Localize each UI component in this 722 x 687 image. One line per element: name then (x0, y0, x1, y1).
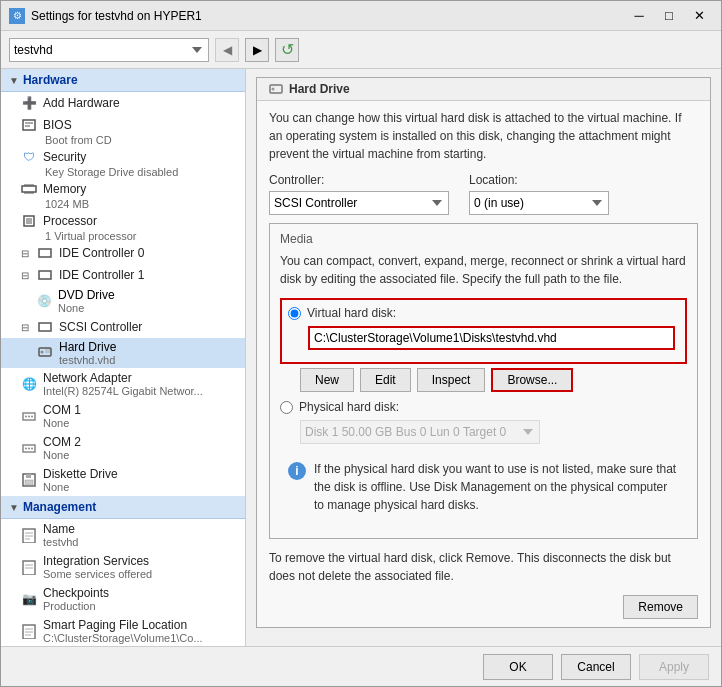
maximize-button[interactable]: □ (655, 6, 683, 26)
virtual-radio[interactable] (288, 307, 301, 320)
info-icon: i (288, 462, 306, 480)
sidebar-scroll[interactable]: ▼ Hardware ➕ Add Hardware BIOS Boot from… (1, 69, 245, 646)
add-hardware-label: Add Hardware (43, 96, 120, 110)
remove-row: Remove (269, 595, 698, 619)
vhd-path-input[interactable] (308, 326, 675, 350)
svg-point-46 (272, 88, 275, 91)
cancel-button[interactable]: Cancel (561, 654, 631, 680)
sidebar-item-ide-ctrl-0[interactable]: ⊟ IDE Controller 0 (1, 242, 245, 264)
controller-select[interactable]: SCSI Controller (269, 191, 449, 215)
management-section-header[interactable]: ▼ Management (1, 496, 245, 519)
physical-radio-label[interactable]: Physical hard disk: (299, 400, 399, 414)
panel-title: Hard Drive (257, 78, 710, 101)
vhd-buttons: New Edit Inspect Browse... (300, 368, 687, 392)
edit-button[interactable]: Edit (360, 368, 411, 392)
apply-button: Apply (639, 654, 709, 680)
checkpoints-label: Checkpoints (43, 586, 109, 600)
bios-sublabel: Boot from CD (1, 134, 245, 146)
svg-point-25 (28, 416, 30, 418)
management-chevron: ▼ (9, 502, 19, 513)
sidebar-item-bios[interactable]: BIOS (1, 114, 245, 136)
svg-point-20 (41, 350, 44, 353)
vm-selector[interactable]: testvhd (9, 38, 209, 62)
sidebar-item-integration-services[interactable]: Integration Services Some services offer… (1, 551, 245, 583)
info-text: You can change how this virtual hard dis… (269, 109, 698, 163)
name-sublabel: testvhd (43, 536, 78, 548)
smart-paging-icon (21, 623, 37, 639)
hard-drive-icon (37, 344, 53, 363)
svg-rect-16 (39, 249, 51, 257)
sidebar-item-scsi-ctrl[interactable]: ⊟ SCSI Controller (1, 316, 245, 338)
svg-point-29 (28, 448, 30, 450)
content-area: ▼ Hardware ➕ Add Hardware BIOS Boot from… (1, 69, 721, 646)
sidebar-item-memory[interactable]: Memory (1, 178, 245, 200)
svg-point-30 (31, 448, 33, 450)
sidebar-item-processor[interactable]: Processor (1, 210, 245, 232)
svg-rect-0 (23, 120, 35, 130)
hard-drive-sublabel: testvhd.vhd (59, 354, 116, 366)
ide1-icon (37, 267, 53, 283)
bios-icon (21, 117, 37, 133)
location-select[interactable]: 0 (in use) (469, 191, 609, 215)
sidebar-item-smart-paging[interactable]: Smart Paging File Location C:\ClusterSto… (1, 615, 245, 646)
forward-button[interactable]: ▶ (245, 38, 269, 62)
hardware-section-header[interactable]: ▼ Hardware (1, 69, 245, 92)
sidebar-item-network-adapter[interactable]: 🌐 Network Adapter Intel(R) 82574L Gigabi… (1, 368, 245, 400)
checkpoints-sublabel: Production (43, 600, 109, 612)
sidebar-item-name[interactable]: Name testvhd (1, 519, 245, 551)
dvd-icon: 💿 (37, 294, 52, 308)
ok-button[interactable]: OK (483, 654, 553, 680)
sidebar-item-hard-drive[interactable]: Hard Drive testvhd.vhd (1, 338, 245, 368)
sidebar-item-diskette[interactable]: Diskette Drive None (1, 464, 245, 496)
name-icon (21, 527, 37, 543)
security-label: Security (43, 150, 86, 164)
sidebar-item-com1[interactable]: COM 1 None (1, 400, 245, 432)
toolbar: testvhd ◀ ▶ ↺ (1, 31, 721, 69)
name-label: Name (43, 522, 78, 536)
smart-paging-sublabel: C:\ClusterStorage\Volume1\Co... (43, 632, 203, 644)
network-label: Network Adapter (43, 371, 203, 385)
sidebar-item-add-hardware[interactable]: ➕ Add Hardware (1, 92, 245, 114)
hardware-section-label: Hardware (23, 73, 78, 87)
svg-point-24 (25, 416, 27, 418)
ide0-expand: ⊟ (21, 248, 29, 259)
controller-label: Controller: (269, 173, 449, 187)
close-button[interactable]: ✕ (685, 6, 713, 26)
browse-button[interactable]: Browse... (491, 368, 573, 392)
integration-icon (21, 559, 37, 575)
sidebar-item-security[interactable]: 🛡 Security (1, 146, 245, 168)
sidebar: ▼ Hardware ➕ Add Hardware BIOS Boot from… (1, 69, 246, 646)
hard-drive-label: Hard Drive (59, 340, 116, 354)
svg-rect-17 (39, 271, 51, 279)
minimize-button[interactable]: ─ (625, 6, 653, 26)
back-button[interactable]: ◀ (215, 38, 239, 62)
scsi-label: SCSI Controller (59, 320, 142, 334)
svg-rect-33 (25, 480, 33, 485)
sidebar-item-ide-ctrl-1[interactable]: ⊟ IDE Controller 1 (1, 264, 245, 286)
smart-paging-label: Smart Paging File Location (43, 618, 203, 632)
remove-text: To remove the virtual hard disk, click R… (269, 549, 698, 585)
new-button[interactable]: New (300, 368, 354, 392)
location-label: Location: (469, 173, 609, 187)
window-icon: ⚙ (9, 8, 25, 24)
refresh-button[interactable]: ↺ (275, 38, 299, 62)
inspect-button[interactable]: Inspect (417, 368, 486, 392)
vhd-outline: Virtual hard disk: (280, 298, 687, 364)
virtual-radio-label[interactable]: Virtual hard disk: (307, 306, 396, 320)
network-icon: 🌐 (21, 376, 37, 392)
sidebar-item-com2[interactable]: COM 2 None (1, 432, 245, 464)
com1-sublabel: None (43, 417, 81, 429)
sidebar-item-dvd-drive[interactable]: 💿 DVD Drive None (1, 286, 245, 316)
svg-point-26 (31, 416, 33, 418)
dvd-label: DVD Drive (58, 288, 115, 302)
sidebar-item-checkpoints[interactable]: 📷 Checkpoints Production (1, 583, 245, 615)
com1-label: COM 1 (43, 403, 81, 417)
dvd-sublabel: None (58, 302, 115, 314)
physical-radio[interactable] (280, 401, 293, 414)
com2-label: COM 2 (43, 435, 81, 449)
integration-sublabel: Some services offered (43, 568, 152, 580)
bios-label: BIOS (43, 118, 72, 132)
remove-button[interactable]: Remove (623, 595, 698, 619)
processor-label: Processor (43, 214, 97, 228)
processor-icon (21, 213, 37, 229)
